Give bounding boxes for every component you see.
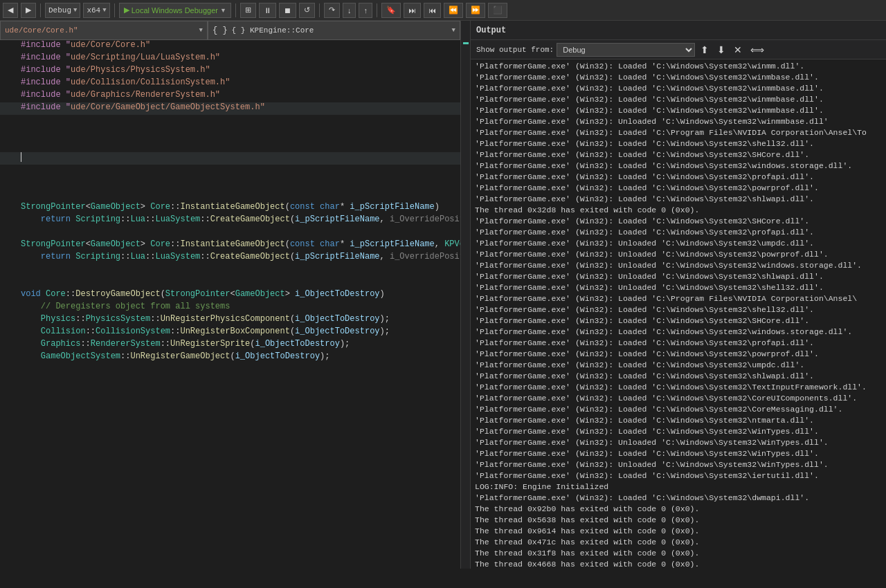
toolbar-icon-8[interactable]: 🔖 [381,3,401,18]
code-scrollbar[interactable] [460,40,470,569]
run-button[interactable]: ▶ Local Windows Debugger ▼ [119,3,231,18]
output-source-select[interactable]: Debug [557,43,695,57]
code-text: #include "ude/Physics/PhysicsSystem.h" [21,65,467,75]
toolbar-icon-9[interactable]: ⏭ [404,3,421,18]
output-line-11: 'PlatformerGame.exe' (Win32): Loaded 'C:… [473,183,883,194]
code-text [21,190,467,199]
file-function-bar: ude/Core/Core.h" ▼ { } { } KPEngine::Cor… [0,21,470,40]
output-line-21: 'PlatformerGame.exe' (Win32): Loaded 'C:… [473,293,883,304]
output-source-label: Show output from: [476,46,554,54]
output-controls: Show output from: Debug ⬆ ⬇ ✕ ⟺ [471,40,886,59]
output-clear-btn[interactable]: ✕ [731,44,745,56]
code-line-destroy-b4: GameObjectSystem::UnRegisterGameObject(i… [0,351,470,364]
separator-1 [40,3,41,17]
code-text: #include "ude/Graphics/RendererSystem.h" [21,90,467,100]
toolbar-icon-6[interactable]: ↓ [343,3,356,18]
output-line-32: 'PlatformerGame.exe' (Win32): Loaded 'C:… [473,415,883,426]
output-line-34: 'PlatformerGame.exe' (Win32): Unloaded '… [473,437,883,448]
output-line-40: The thread 0x92b0 has exited with code 0… [473,504,883,515]
play-icon: ▶ [124,6,129,15]
arch-dropdown[interactable]: x64 ▼ [83,3,109,18]
output-line-29: 'PlatformerGame.exe' (Win32): Loaded 'C:… [473,382,883,393]
debug-label: Debug [48,6,71,15]
output-line-38: LOG:INFO: Engine Initialized [473,481,883,493]
scroll-indicator [463,42,469,44]
code-text: // Deregisters object from all systems [21,302,467,311]
toolbar-icon-4[interactable]: ↺ [299,3,315,18]
output-line-35: 'PlatformerGame.exe' (Win32): Loaded 'C:… [473,448,883,459]
output-line-44: The thread 0x31f8 has exited with code 0… [473,548,883,559]
code-text: void Core::DestroyGameObject(StrongPoint… [21,289,467,299]
code-text [21,127,467,137]
output-line-20: 'PlatformerGame.exe' (Win32): Unloaded '… [473,282,883,293]
output-line-41: The thread 0x5638 has exited with code 0… [473,515,883,526]
code-text: StrongPointer<GameObject> Core::Instanti… [21,202,467,212]
output-scroll-down-btn[interactable]: ⬇ [714,44,728,56]
function-dropdown[interactable]: { } { } KPEngine::Core ▼ [208,21,460,40]
code-text [21,165,467,174]
toolbar-icon-5[interactable]: ↷ [324,3,340,18]
output-line-27: 'PlatformerGame.exe' (Win32): Loaded 'C:… [473,360,883,371]
code-line-include-2: #include "ude/Scripting/Lua/LuaSystem.h" [0,53,470,65]
output-line-16: 'PlatformerGame.exe' (Win32): Unloaded '… [473,238,883,249]
code-text: #include "ude/Scripting/Lua/LuaSystem.h" [21,53,467,62]
output-line-14: 'PlatformerGame.exe' (Win32): Loaded 'C:… [473,216,883,227]
toolbar-icon-11[interactable]: ⏪ [444,3,463,18]
toolbar-icon-12[interactable]: ⏩ [466,3,485,18]
output-header: Output [471,21,886,40]
toolbar-icon-10[interactable]: ⏮ [424,3,441,18]
output-content[interactable]: 'PlatformerGame.exe' (Win32): Loaded 'C:… [471,59,886,569]
code-content[interactable]: #include "ude/Core/Core.h" #include "ude… [0,40,470,569]
toolbar-icon-13[interactable]: ⬛ [488,3,507,18]
code-text: return Scripting::Lua::LuaSystem::Create… [21,214,470,224]
output-line-10: 'PlatformerGame.exe' (Win32): Loaded 'C:… [473,172,883,183]
code-text [21,264,467,274]
toolbar-icon-2[interactable]: ⏸ [259,3,276,18]
code-text: #include "ude/Core/GameObject/GameObject… [21,102,460,112]
toolbar-icon-1[interactable]: ⊞ [240,3,256,18]
code-text: #include "ude/Core/Core.h" [21,40,467,50]
code-line-destroy-b1: Physics::PhysicsSystem::UnRegisterPhysic… [0,314,470,327]
debugger-label: Local Windows Debugger [132,6,218,15]
code-line-blank-8 [0,264,470,277]
code-text: GameObjectSystem::UnRegisterGameObject(i… [21,351,467,361]
output-panel: Output Show output from: Debug ⬆ ⬇ ✕ ⟺ '… [471,21,886,569]
output-wrap-btn[interactable]: ⟺ [748,44,767,56]
separator-3 [235,3,236,17]
code-line-include-6: #include "ude/Core/GameObject/GameObject… [0,102,470,115]
output-line-30: 'PlatformerGame.exe' (Win32): Loaded 'C:… [473,393,883,404]
output-line-23: 'PlatformerGame.exe' (Win32): Loaded 'C:… [473,315,883,327]
separator-4 [319,3,320,17]
toolbar-icon-7[interactable]: ↑ [359,3,372,18]
code-line-destroy-b3: Graphics::RendererSystem::UnRegisterSpri… [0,339,470,351]
output-line-25: 'PlatformerGame.exe' (Win32): Loaded 'C:… [473,338,883,349]
code-text [21,277,467,286]
output-line-26: 'PlatformerGame.exe' (Win32): Loaded 'C:… [473,349,883,360]
output-line-43: The thread 0x471c has exited with code 0… [473,537,883,548]
forward-button[interactable]: ▶ [21,3,36,18]
output-line-1: 'PlatformerGame.exe' (Win32): Loaded 'C:… [473,72,883,83]
code-text [21,177,467,187]
code-text: StrongPointer<GameObject> Core::Instanti… [21,239,470,249]
output-line-12: 'PlatformerGame.exe' (Win32): Loaded 'C:… [473,194,883,205]
code-line-destroy-b2: Collision::CollisionSystem::UnRegisterBo… [0,327,470,339]
code-line-blank-9 [0,277,470,289]
code-line-include-4: #include "ude/Collision/CollisionSystem.… [0,77,470,90]
code-panel: ude/Core/Core.h" ▼ { } { } KPEngine::Cor… [0,21,471,569]
debug-dropdown[interactable]: Debug ▼ [45,3,80,18]
output-line-18: 'PlatformerGame.exe' (Win32): Unloaded '… [473,260,883,271]
code-text: #include "ude/Collision/CollisionSystem.… [21,77,467,87]
code-line-destroy: void Core::DestroyGameObject(StrongPoint… [0,289,470,302]
toolbar-icon-3[interactable]: ⏹ [279,3,296,18]
back-button[interactable]: ◀ [3,3,18,18]
file-dropdown[interactable]: ude/Core/Core.h" ▼ [0,21,208,40]
code-line-blank-5 [0,177,470,190]
output-scroll-up-btn[interactable]: ⬆ [698,44,712,56]
output-line-15: 'PlatformerGame.exe' (Win32): Loaded 'C:… [473,227,883,238]
function-dropdown-chevron: ▼ [452,27,455,34]
file-dropdown-chevron: ▼ [199,27,203,34]
output-line-33: 'PlatformerGame.exe' (Win32): Loaded 'C:… [473,426,883,437]
output-line-37: 'PlatformerGame.exe' (Win32): Loaded 'C:… [473,470,883,481]
code-line-destroy-cmt: // Deregisters object from all systems [0,302,470,314]
output-line-3: 'PlatformerGame.exe' (Win32): Loaded 'C:… [473,94,883,105]
